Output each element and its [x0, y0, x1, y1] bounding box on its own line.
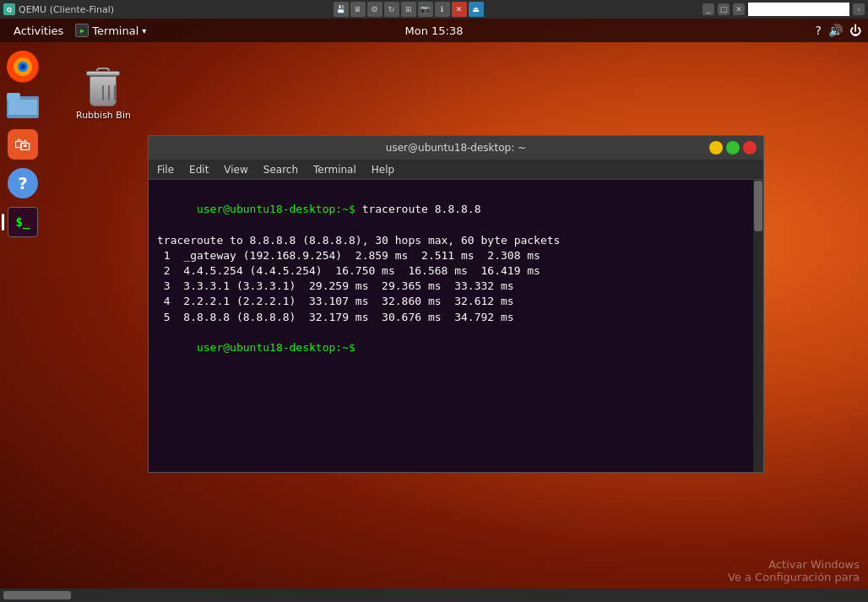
files-icon	[7, 89, 39, 122]
panel-clock[interactable]: Mon 15:38	[404, 24, 463, 37]
terminal-window: user@ubuntu18-desktop: ~ File Edit View …	[148, 135, 764, 473]
windows-icon[interactable]: ⊞	[401, 2, 416, 17]
firefox-icon	[7, 51, 39, 83]
sidebar-item-terminal[interactable]: $_	[5, 204, 41, 240]
qemu-title-text: QEMU (Cliente-Final)	[19, 4, 114, 15]
terminal-chevron-icon: ▾	[142, 26, 146, 35]
qemu-search-input[interactable]	[748, 3, 849, 16]
help-panel-icon[interactable]: ?	[816, 24, 822, 37]
qemu-title-left: Q QEMU (Cliente-Final)	[3, 3, 114, 15]
settings-icon[interactable]: ⚙	[367, 2, 382, 17]
panel-terminal-group[interactable]: ▶ Terminal ▾	[70, 24, 151, 37]
svg-rect-8	[8, 100, 37, 115]
sidebar-item-ubuntu-software[interactable]: 🛍	[5, 127, 41, 162]
trash-lines	[102, 85, 116, 100]
qemu-toolbar: 💾 🖥 ⚙ ↻ ⊞ 📷 ℹ ✕ ⏏	[334, 2, 484, 17]
terminal-scrollbar-thumb[interactable]	[754, 181, 762, 231]
panel-terminal-label: Terminal	[92, 24, 138, 37]
qemu-titlebar: Q QEMU (Cliente-Final) 💾 🖥 ⚙ ↻ ⊞ 📷 ℹ ✕ ⏏…	[0, 0, 868, 19]
terminal-cursor	[355, 341, 362, 354]
windows-watermark: Activar Windows Ve a Configuración para	[728, 558, 860, 583]
hdd-icon[interactable]: 🖥	[350, 2, 366, 17]
trash-body	[90, 76, 117, 106]
left-dock: 🛍 ? $_	[0, 42, 46, 240]
trash-line-3	[114, 85, 116, 100]
terminal-prompt-2: user@ubuntu18-desktop:~$	[197, 341, 355, 354]
ubuntu-panel: Activities ▶ Terminal ▾ Mon 15:38 ? 🔊 ⏻	[0, 19, 868, 42]
terminal-maximize-button[interactable]	[726, 141, 740, 155]
terminal-line-7: 5 8.8.8.8 (8.8.8.8) 32.179 ms 30.676 ms …	[157, 310, 755, 325]
ubuntu-software-icon: 🛍	[8, 129, 38, 160]
menu-file[interactable]: File	[154, 162, 177, 177]
bottom-scrollbar[interactable]	[0, 588, 868, 602]
terminal-line-4: 2 4.4.5.254 (4.4.5.254) 16.750 ms 16.568…	[157, 263, 755, 279]
terminal-prompt-symbol: $_	[16, 215, 30, 229]
menu-edit[interactable]: Edit	[186, 162, 212, 177]
terminal-line-2: traceroute to 8.8.8.8 (8.8.8.8), 30 hops…	[157, 233, 755, 248]
terminal-prompt-1: user@ubuntu18-desktop:~$	[197, 203, 355, 215]
help-icon: ?	[8, 168, 38, 198]
terminal-line-3: 1 _gateway (192.168.9.254) 2.859 ms 2.51…	[157, 248, 755, 263]
minimize-button[interactable]: _	[703, 3, 714, 15]
info-icon[interactable]: ℹ	[435, 2, 450, 17]
watermark-line1: Activar Windows	[728, 558, 860, 571]
eject-icon[interactable]: ⏏	[469, 2, 484, 17]
menu-view[interactable]: View	[220, 162, 251, 177]
trash-image	[83, 66, 123, 106]
trash-line-2	[108, 85, 110, 100]
panel-terminal-icon: ▶	[75, 24, 89, 37]
svg-text:Q: Q	[7, 7, 12, 14]
terminal-line-5: 3 3.3.3.1 (3.3.3.1) 29.259 ms 29.365 ms …	[157, 279, 755, 294]
power-panel-icon[interactable]: ⏻	[849, 24, 861, 37]
svg-rect-7	[7, 93, 20, 100]
svg-point-5	[20, 64, 25, 69]
terminal-title: user@ubuntu18-desktop: ~	[386, 142, 526, 154]
menu-search[interactable]: Search	[260, 162, 301, 177]
terminal-line-8: user@ubuntu18-desktop:~$	[157, 325, 755, 372]
menu-help[interactable]: Help	[368, 162, 398, 177]
terminal-titlebar: user@ubuntu18-desktop: ~	[149, 136, 763, 160]
screenshot-icon[interactable]: 📷	[418, 2, 433, 17]
qemu-app-icon: Q	[3, 3, 15, 15]
maximize-button[interactable]: □	[718, 3, 730, 15]
terminal-line-6: 4 2.2.2.1 (2.2.2.1) 33.107 ms 32.860 ms …	[157, 294, 755, 309]
terminal-body[interactable]: user@ubuntu18-desktop:~$ traceroute 8.8.…	[149, 180, 763, 472]
sidebar-item-help[interactable]: ?	[5, 165, 41, 201]
terminal-minimize-button[interactable]	[709, 141, 723, 155]
terminal-menubar: File Edit View Search Terminal Help	[149, 160, 763, 180]
terminal-dock-icon: $_	[8, 207, 38, 237]
terminal-close-button[interactable]	[743, 141, 757, 155]
rubbish-bin-label: Rubbish Bin	[76, 110, 131, 121]
horizontal-scrollbar-thumb[interactable]	[3, 591, 71, 599]
sidebar-item-files[interactable]	[5, 88, 41, 123]
activities-button[interactable]: Activities	[7, 24, 70, 37]
terminal-line-1: user@ubuntu18-desktop:~$ traceroute 8.8.…	[157, 187, 755, 233]
menu-terminal[interactable]: Terminal	[310, 162, 360, 177]
rubbish-bin-icon[interactable]: Rubbish Bin	[76, 66, 131, 121]
terminal-cmd-1: traceroute 8.8.8.8	[355, 203, 481, 215]
qemu-arrow-right[interactable]: ›	[853, 3, 865, 15]
close-button[interactable]: ✕	[733, 3, 745, 15]
panel-right: ? 🔊 ⏻	[816, 24, 861, 37]
qemu-titlebar-right: _ □ ✕ ›	[703, 3, 865, 16]
floppy-icon[interactable]: 💾	[334, 2, 349, 17]
terminal-window-buttons	[709, 141, 757, 155]
refresh-icon[interactable]: ↻	[384, 2, 399, 17]
sidebar-item-firefox[interactable]	[5, 49, 41, 84]
terminal-scrollbar[interactable]	[753, 180, 763, 472]
watermark-line2: Ve a Configuración para	[728, 571, 860, 583]
trash-line-1	[102, 85, 104, 100]
volume-panel-icon[interactable]: 🔊	[828, 24, 843, 37]
stop-icon[interactable]: ✕	[452, 2, 467, 17]
